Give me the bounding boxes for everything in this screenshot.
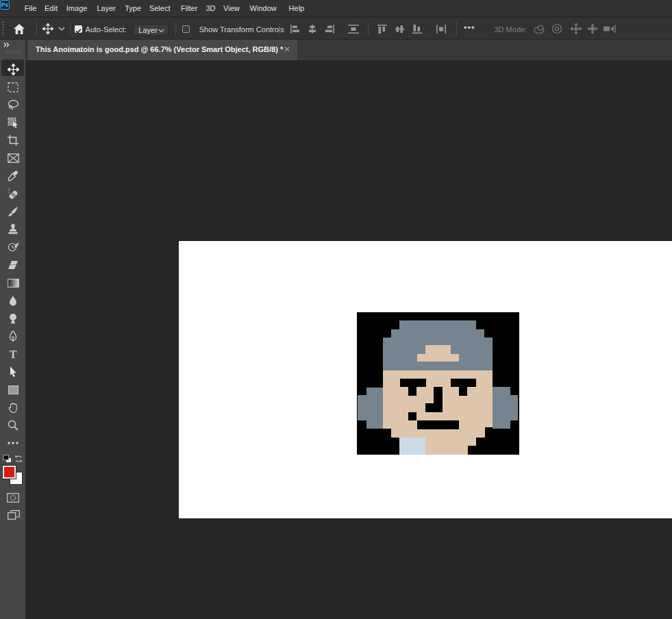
dist-h bbox=[348, 25, 359, 34]
tool-frame[interactable] bbox=[1, 150, 25, 166]
swap-colors[interactable] bbox=[14, 455, 23, 463]
tool-zoom[interactable] bbox=[1, 417, 25, 433]
document-white bbox=[179, 241, 672, 518]
options-bar: Auto-Select: Layer Show Transform Contro… bbox=[0, 18, 672, 40]
menu-filter[interactable]: Filter bbox=[181, 4, 197, 13]
menu-select[interactable]: Select bbox=[149, 4, 171, 13]
layer-dropdown[interactable]: Layer bbox=[133, 24, 169, 36]
auto-select-checkbox[interactable] bbox=[75, 25, 82, 33]
tool-history-brush[interactable] bbox=[1, 239, 25, 255]
pixel-art bbox=[357, 312, 519, 455]
tool-type[interactable]: T bbox=[1, 346, 25, 362]
ps-logo[interactable]: Ps bbox=[0, 0, 10, 10]
tool-pen[interactable] bbox=[1, 328, 25, 344]
tool-move[interactable] bbox=[1, 61, 25, 77]
align-top bbox=[377, 25, 387, 34]
tool-more[interactable] bbox=[1, 435, 25, 451]
tool-hand[interactable] bbox=[1, 399, 25, 416]
tool-shape[interactable] bbox=[1, 381, 25, 398]
canvas-area bbox=[27, 60, 672, 619]
tool-dodge[interactable] bbox=[1, 310, 25, 327]
dist-v bbox=[436, 25, 446, 34]
tool-bar: T bbox=[0, 40, 26, 619]
default-colors[interactable] bbox=[3, 455, 12, 463]
menu-file[interactable]: File bbox=[25, 4, 37, 13]
menu-bar: Ps File Edit Image Layer Type Select Fil… bbox=[0, 0, 672, 17]
menu-image[interactable]: Image bbox=[66, 4, 88, 13]
foreground-color[interactable] bbox=[3, 466, 16, 479]
tool-eraser[interactable] bbox=[1, 257, 25, 273]
tool-crop[interactable] bbox=[1, 132, 25, 149]
tool-lasso[interactable] bbox=[1, 97, 25, 113]
home-icon[interactable] bbox=[14, 24, 25, 34]
quick-mask[interactable] bbox=[7, 493, 19, 503]
tool-brush[interactable] bbox=[1, 203, 25, 220]
svg-text:T: T bbox=[10, 349, 17, 359]
align-bottom bbox=[412, 25, 422, 34]
tool-blur[interactable] bbox=[1, 292, 25, 309]
menu-help[interactable]: Help bbox=[289, 4, 305, 13]
menu-view[interactable]: View bbox=[223, 4, 240, 13]
show-transform-checkbox[interactable] bbox=[182, 25, 190, 33]
document-tab[interactable]: This Anoimatoin is good.psd @ 66.7% (Vec… bbox=[28, 40, 297, 60]
tool-eyedropper[interactable] bbox=[1, 168, 25, 184]
tab-close[interactable]: ✕ bbox=[284, 45, 290, 54]
menu-edit[interactable]: Edit bbox=[45, 4, 58, 13]
align-right bbox=[325, 25, 334, 34]
opt-move-icon[interactable] bbox=[42, 23, 53, 34]
screen-mode[interactable] bbox=[8, 510, 20, 520]
menu-layer[interactable]: Layer bbox=[97, 4, 116, 13]
more-opts: ••• bbox=[464, 22, 475, 32]
tool-gradient[interactable] bbox=[1, 275, 25, 291]
tool-marquee[interactable] bbox=[1, 79, 25, 95]
tool-path-select[interactable] bbox=[1, 364, 25, 380]
align-center-h bbox=[308, 25, 317, 34]
tool-healing[interactable] bbox=[1, 186, 25, 202]
menu-3d[interactable]: 3D bbox=[206, 4, 215, 13]
photoshop-app: Ps File Edit Image Layer Type Select Fil… bbox=[0, 0, 672, 619]
tool-stamp[interactable] bbox=[1, 221, 25, 238]
tool-object-select[interactable] bbox=[1, 114, 25, 131]
menu-window[interactable]: Window bbox=[250, 4, 277, 13]
align-middle bbox=[395, 25, 405, 34]
align-left bbox=[290, 25, 300, 34]
tab-bar: This Anoimatoin is good.psd @ 66.7% (Vec… bbox=[26, 40, 672, 60]
menu-type[interactable]: Type bbox=[125, 4, 141, 13]
